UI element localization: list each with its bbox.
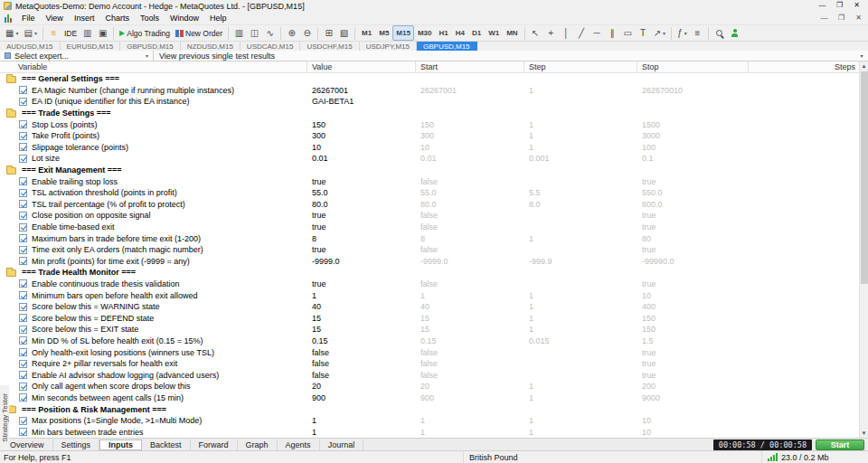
start-cell[interactable]: -9999.0	[416, 257, 524, 266]
value-cell[interactable]: 900	[307, 393, 416, 402]
param-row[interactable]: Enable continuous trade thesis validatio…	[0, 279, 859, 290]
start-cell[interactable]: 20	[416, 382, 524, 391]
value-cell[interactable]: false	[307, 371, 416, 380]
param-checkbox[interactable]	[19, 177, 27, 185]
step-cell[interactable]: 1	[524, 428, 637, 437]
param-checkbox[interactable]	[19, 132, 27, 140]
tester-tab-agents[interactable]: Agents	[278, 439, 320, 450]
value-cell[interactable]: false	[307, 348, 416, 357]
stop-cell[interactable]: true	[637, 222, 749, 232]
scrollbar-thumb[interactable]	[861, 71, 868, 284]
group-row[interactable]: === General Settings ===	[0, 73, 859, 85]
group-row[interactable]: === Exit Management ===	[0, 165, 859, 176]
stop-cell[interactable]: 1500	[637, 120, 749, 129]
stop-cell[interactable]: true	[637, 211, 749, 220]
select-expert-dropdown[interactable]: Select expert... ▾	[0, 51, 154, 61]
scroll-up-icon[interactable]: ▲	[860, 61, 868, 71]
param-row[interactable]: Min profit (points) for time exit (-9999…	[0, 256, 859, 268]
value-cell[interactable]: 1	[307, 416, 416, 425]
crosshair-tool-button[interactable]: +	[543, 25, 559, 41]
arrows-tool-button[interactable]: ↗▾	[651, 25, 668, 41]
start-cell[interactable]: 150	[416, 120, 524, 129]
start-cell[interactable]: 15	[416, 325, 524, 334]
timeframe-w1-button[interactable]: W1	[485, 25, 503, 41]
text-tool-button[interactable]: T	[636, 25, 651, 41]
stop-cell[interactable]: 100	[637, 143, 749, 152]
value-cell[interactable]: -9999.0	[307, 257, 416, 266]
start-cell[interactable]: 26267001	[416, 86, 524, 95]
param-row[interactable]: EA ID (unique identifier for this EA ins…	[0, 96, 859, 108]
param-checkbox[interactable]	[19, 257, 27, 265]
stop-cell[interactable]: 262670010	[637, 86, 749, 95]
stop-cell[interactable]: 1.5	[637, 336, 749, 345]
param-row[interactable]: Enable time-based exittruefalsetrue	[0, 222, 859, 233]
param-checkbox[interactable]	[19, 155, 27, 163]
step-cell[interactable]: 8.0	[524, 200, 637, 209]
stop-cell[interactable]: true	[637, 279, 749, 288]
stop-cell[interactable]: 3000	[637, 131, 749, 140]
tile-windows-button[interactable]: ⊞	[321, 25, 336, 41]
step-cell[interactable]: 1	[524, 120, 637, 129]
stop-cell[interactable]: 550.0	[637, 188, 749, 197]
cursor-tool-button[interactable]: ↖	[528, 25, 543, 41]
timeframe-d1-button[interactable]: D1	[468, 25, 485, 41]
chart-tab[interactable]: NZDUSD,M15	[181, 42, 241, 51]
timeframe-mn-button[interactable]: MN	[503, 25, 521, 41]
menu-item-file[interactable]: File	[16, 13, 41, 24]
minimize-button[interactable]: —	[815, 1, 830, 11]
param-row[interactable]: Only health-exit losing positions (winne…	[0, 346, 859, 358]
param-row[interactable]: Min seconds between agent calls (15 min)…	[0, 392, 859, 404]
param-checkbox[interactable]	[19, 234, 27, 242]
tester-tab-backtest[interactable]: Backtest	[142, 439, 191, 450]
value-cell[interactable]: 150	[307, 120, 416, 129]
value-cell[interactable]: 8	[307, 234, 416, 243]
start-cell[interactable]: 80.0	[416, 200, 524, 209]
value-cell[interactable]: 26267001	[307, 86, 416, 95]
param-row[interactable]: Score below this = WARNING state40401400	[0, 301, 859, 313]
param-checkbox[interactable]	[19, 143, 27, 151]
param-row[interactable]: Score below this = EXIT state15151150	[0, 324, 859, 335]
param-checkbox[interactable]	[19, 360, 27, 368]
child-close-button[interactable]: ✕	[851, 14, 866, 24]
stop-cell[interactable]: 10	[637, 291, 749, 300]
start-cell[interactable]: false	[416, 245, 524, 254]
value-cell[interactable]: 80.0	[307, 200, 416, 209]
group-row[interactable]: === Position & Risk Management ===	[0, 403, 859, 415]
timeframe-m1-button[interactable]: M1	[358, 25, 375, 41]
start-cell[interactable]: 900	[416, 393, 524, 402]
param-checkbox[interactable]	[19, 98, 27, 106]
chart-tab[interactable]: USDCHF,M15	[300, 42, 359, 51]
start-cell[interactable]: 1	[416, 428, 524, 437]
value-cell[interactable]: true	[307, 245, 416, 254]
param-checkbox[interactable]	[19, 303, 27, 311]
results-dropdown-button[interactable]: ▾	[855, 51, 868, 61]
param-row[interactable]: Min DD % of SL before health exit (0.15 …	[0, 335, 859, 347]
param-checkbox[interactable]	[19, 279, 27, 288]
stop-cell[interactable]: 0.1	[637, 154, 749, 163]
param-checkbox[interactable]	[19, 200, 27, 208]
menu-item-charts[interactable]: Charts	[99, 13, 135, 24]
chart-tab[interactable]: AUDUSD,M15	[0, 42, 61, 51]
value-cell[interactable]: 40	[307, 302, 416, 311]
param-checkbox[interactable]	[19, 326, 27, 334]
param-row[interactable]: TSL activation threshold (points in prof…	[0, 187, 859, 199]
value-cell[interactable]: 0.01	[307, 154, 416, 163]
param-checkbox[interactable]	[19, 120, 27, 128]
previous-results-label[interactable]: View previous single test results	[154, 51, 855, 61]
stop-cell[interactable]: true	[637, 245, 749, 254]
chart-tab[interactable]: GBPUSD,M15	[417, 42, 477, 51]
param-checkbox[interactable]	[19, 86, 27, 94]
param-checkbox[interactable]	[19, 371, 27, 379]
start-cell[interactable]: 10	[416, 143, 524, 152]
stop-cell[interactable]: 200	[637, 382, 749, 391]
stop-cell[interactable]: 9000	[637, 393, 749, 402]
param-row[interactable]: Stop Loss (points)15015011500	[0, 118, 859, 130]
param-checkbox[interactable]	[19, 383, 27, 391]
value-cell[interactable]: true	[307, 222, 416, 232]
param-row[interactable]: Take Profit (points)30030013000	[0, 130, 859, 142]
tester-tab-journal[interactable]: Journal	[320, 439, 364, 450]
timeframe-h1-button[interactable]: H1	[435, 25, 451, 41]
group-row[interactable]: === Trade Health Monitor ===	[0, 267, 859, 279]
step-cell[interactable]: 1	[524, 86, 637, 95]
start-cell[interactable]: 0.01	[416, 154, 524, 163]
